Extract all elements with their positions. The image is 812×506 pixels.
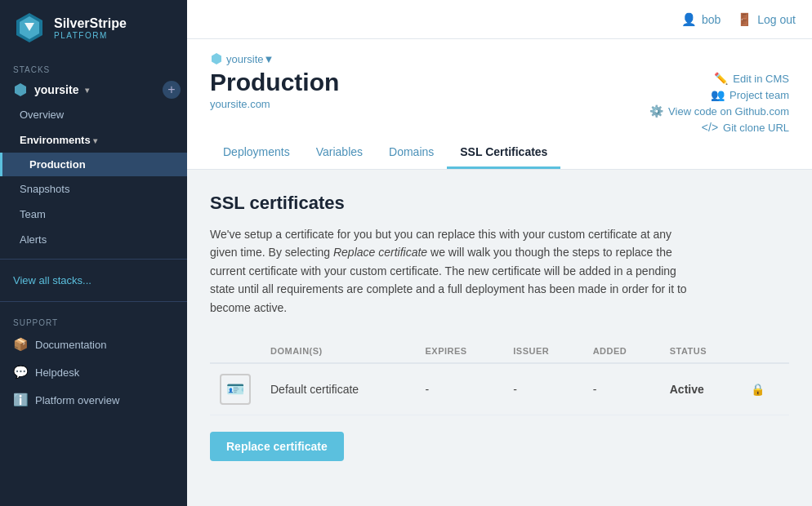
- replace-certificate-button[interactable]: Replace certificate: [210, 432, 344, 461]
- view-all-stacks-link[interactable]: View all stacks...: [0, 266, 187, 295]
- sidebar-item-documentation[interactable]: 📦 Documentation: [0, 331, 187, 358]
- table-row: 🪪 Default certificate - - - Active 🔒: [210, 363, 789, 415]
- col-status: STATUS: [660, 340, 741, 363]
- topbar-logout-button[interactable]: 🚪 Log out: [737, 12, 796, 27]
- edit-cms-icon: ✏️: [714, 72, 728, 85]
- sidebar-divider: [0, 259, 187, 260]
- breadcrumb[interactable]: yoursite▼: [210, 52, 789, 65]
- project-team-icon: 👥: [711, 88, 725, 101]
- sidebar-item-alerts[interactable]: Alerts: [0, 227, 187, 252]
- topbar-user[interactable]: 👤 bob: [681, 12, 721, 27]
- logo-sub: PLATFORM: [54, 31, 127, 40]
- col-added: ADDED: [583, 340, 660, 363]
- environments-chevron-icon: ▾: [93, 136, 97, 145]
- git-clone-url-link[interactable]: </> Git clone URL: [702, 121, 789, 134]
- tab-deployments[interactable]: Deployments: [210, 137, 303, 169]
- svg-marker-4: [212, 53, 221, 64]
- documentation-icon: 📦: [13, 337, 29, 352]
- site-breadcrumb-icon: [210, 52, 223, 65]
- sidebar-item-production[interactable]: Production: [0, 153, 187, 176]
- lock-icon: 🔒: [741, 363, 789, 415]
- page-header-inner: yoursite▼ Production yoursite.com ✏️ Edi…: [187, 39, 812, 170]
- page-url[interactable]: yoursite.com: [210, 98, 339, 110]
- col-expires: EXPIRES: [415, 340, 503, 363]
- logo-text: SilverStripe PLATFORM: [54, 16, 127, 40]
- edit-in-cms-link[interactable]: ✏️ Edit in CMS: [714, 72, 789, 85]
- add-stack-button[interactable]: +: [163, 81, 181, 99]
- page-actions: ✏️ Edit in CMS 👥 Project team ⚙️ View co…: [649, 69, 789, 134]
- content-area: yoursite▼ Production yoursite.com ✏️ Edi…: [187, 39, 812, 506]
- stack-icon: [13, 82, 28, 97]
- table-header: DOMAIN(S) EXPIRES ISSUER ADDED STATUS: [210, 340, 789, 363]
- sidebar-item-helpdesk[interactable]: 💬 Helpdesk: [0, 358, 187, 386]
- chevron-icon: ▾: [85, 86, 89, 95]
- cert-issuer: -: [503, 363, 582, 415]
- github-icon: ⚙️: [649, 104, 663, 118]
- cert-status: Active: [660, 363, 741, 415]
- sidebar-item-overview[interactable]: Overview: [0, 102, 187, 127]
- sidebar-divider-2: [0, 301, 187, 302]
- silverstripe-logo-icon: [13, 11, 46, 44]
- ssl-section-title: SSL certificates: [210, 193, 789, 214]
- logout-icon: 🚪: [737, 12, 752, 27]
- ssl-description: We've setup a certificate for you but yo…: [210, 225, 700, 317]
- sidebar: SilverStripe PLATFORM STACKS yoursite ▾ …: [0, 0, 187, 506]
- page-header: yoursite▼ Production yoursite.com ✏️ Edi…: [187, 39, 812, 170]
- platform-overview-icon: ℹ️: [13, 393, 29, 407]
- svg-marker-3: [15, 83, 26, 96]
- support-section-label: SUPPORT: [0, 308, 187, 331]
- main-area: 👤 bob 🚪 Log out yoursite▼ Production: [187, 0, 812, 506]
- helpdesk-icon: 💬: [13, 365, 29, 380]
- sidebar-item-snapshots[interactable]: Snapshots: [0, 176, 187, 202]
- user-icon: 👤: [681, 12, 697, 27]
- stack-header: yoursite ▾ +: [0, 78, 187, 102]
- table-body: 🪪 Default certificate - - - Active 🔒: [210, 363, 789, 415]
- certificates-table: DOMAIN(S) EXPIRES ISSUER ADDED STATUS 🪪: [210, 340, 789, 415]
- col-domains: DOMAIN(S): [261, 340, 415, 363]
- page-title-block: Production yoursite.com: [210, 69, 339, 120]
- col-icon: [210, 340, 261, 363]
- sidebar-item-environments[interactable]: Environments ▾: [0, 127, 187, 153]
- page-tabs: Deployments Variables Domains SSL Certif…: [210, 137, 789, 169]
- cert-icon-cell: 🪪: [210, 363, 261, 415]
- certificate-icon: 🪪: [220, 374, 251, 405]
- cert-added: -: [583, 363, 660, 415]
- stacks-section-label: STACKS: [0, 55, 187, 78]
- page-title: Production: [210, 69, 339, 96]
- view-code-github-link[interactable]: ⚙️ View code on Github.com: [649, 104, 789, 118]
- git-icon: </>: [702, 121, 718, 134]
- cert-domain: Default certificate: [261, 363, 415, 415]
- tab-ssl-certificates[interactable]: SSL Certificates: [447, 137, 560, 169]
- sidebar-item-platform-overview[interactable]: ℹ️ Platform overview: [0, 386, 187, 414]
- logo-name: SilverStripe: [54, 16, 127, 31]
- logo-area: SilverStripe PLATFORM: [0, 0, 187, 55]
- topbar: 👤 bob 🚪 Log out: [187, 0, 812, 39]
- stack-name[interactable]: yoursite ▾: [13, 82, 89, 97]
- sidebar-item-team[interactable]: Team: [0, 202, 187, 227]
- col-lock: [741, 340, 789, 363]
- col-issuer: ISSUER: [503, 340, 582, 363]
- tab-domains[interactable]: Domains: [376, 137, 447, 169]
- tab-variables[interactable]: Variables: [303, 137, 376, 169]
- cert-expires: -: [415, 363, 503, 415]
- ssl-content: SSL certificates We've setup a certifica…: [187, 170, 812, 484]
- project-team-link[interactable]: 👥 Project team: [711, 88, 789, 101]
